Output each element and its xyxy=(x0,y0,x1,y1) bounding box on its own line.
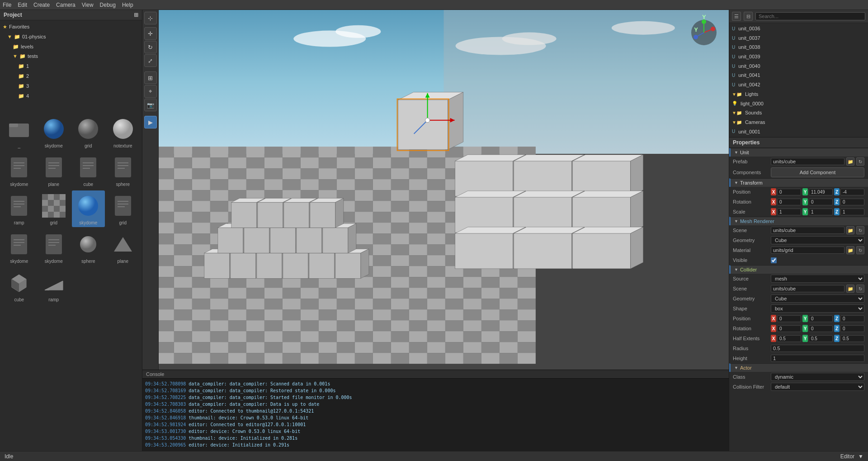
tree-2[interactable]: 📁 2 xyxy=(2,71,140,81)
asset-skydome-doc[interactable]: skydome xyxy=(3,152,36,189)
menu-help[interactable]: Help xyxy=(122,2,133,8)
asset-grid-doc[interactable]: grid xyxy=(107,190,140,227)
col-scene-refresh-btn[interactable]: ↻ xyxy=(856,285,864,293)
asset-skydome-doc2[interactable]: skydome xyxy=(3,229,36,266)
tool-rotate[interactable]: ↻ xyxy=(144,41,157,53)
scene-gizmo-icon[interactable]: ⊟ xyxy=(744,12,753,21)
asset-plane[interactable]: plane xyxy=(107,229,140,266)
col-pos-y-input[interactable] xyxy=(809,315,833,322)
asset-plane-doc[interactable]: plane xyxy=(38,152,71,189)
asset-skydome-selected[interactable]: skydome xyxy=(72,190,105,227)
menu-view[interactable]: View xyxy=(82,2,94,8)
col-scene-input[interactable] xyxy=(771,285,844,292)
rot-x-input[interactable] xyxy=(777,199,801,205)
scene-tree-item[interactable]: ▼📁Lights xyxy=(729,90,868,99)
col-rot-z-input[interactable] xyxy=(840,325,864,332)
asset-cube-doc[interactable]: cube xyxy=(72,152,105,189)
scene-canvas[interactable] xyxy=(159,10,729,370)
tree-tests[interactable]: ▼ 📁 tests xyxy=(2,52,140,62)
col-source-select[interactable]: mesh xyxy=(771,275,864,283)
asset-notexture[interactable]: notexture xyxy=(107,114,140,150)
tool-play[interactable]: ▶ xyxy=(144,116,157,128)
tool-move[interactable]: ✛ xyxy=(144,27,157,40)
asset-grid-thumb[interactable]: grid xyxy=(38,190,71,227)
tool-camera[interactable]: 📷 xyxy=(144,99,157,111)
col-pos-z-input[interactable] xyxy=(840,315,864,322)
scene-tree-item[interactable]: Uunit_0036 xyxy=(729,24,868,33)
tree-3[interactable]: 📁 3 xyxy=(2,81,140,91)
collider-section-header[interactable]: ▼ Collider xyxy=(729,265,868,274)
pos-y-input[interactable] xyxy=(809,189,833,195)
mr-material-folder-btn[interactable]: 📁 xyxy=(846,246,854,254)
scene-tree-item[interactable]: 💡light_0000 xyxy=(729,99,868,109)
asset-sphere-doc[interactable]: sphere xyxy=(107,152,140,189)
scene-tree-item[interactable]: Uunit_0041 xyxy=(729,71,868,80)
tree-4[interactable]: 📁 4 xyxy=(2,91,140,101)
transform-section-header[interactable]: ▼ Transform xyxy=(729,178,868,187)
tree-01-physics[interactable]: ▼ 📁 01-physics xyxy=(2,32,140,42)
tool-snap[interactable]: ⌖ xyxy=(144,85,157,98)
asset-ramp-doc[interactable]: ramp xyxy=(3,190,36,227)
col-scene-folder-btn[interactable]: 📁 xyxy=(846,285,854,293)
menu-camera[interactable]: Camera xyxy=(56,2,75,8)
col-rot-x-input[interactable] xyxy=(777,325,801,332)
col-height-input[interactable] xyxy=(771,355,864,362)
scale-z-input[interactable] xyxy=(840,209,864,215)
asset-skydome-doc3[interactable]: skydome xyxy=(38,229,71,266)
prefab-input[interactable] xyxy=(771,158,844,165)
pos-z-input[interactable] xyxy=(840,189,864,195)
mr-visible-checkbox[interactable] xyxy=(771,257,777,263)
mesh-renderer-section-header[interactable]: ▼ Mesh Renderer xyxy=(729,217,868,225)
mr-scene-refresh-btn[interactable]: ↻ xyxy=(856,226,864,234)
unit-section-header[interactable]: ▼ Unit xyxy=(729,148,868,157)
scene-tree-item[interactable]: ▼📁Cameras xyxy=(729,118,868,127)
tool-select[interactable]: ⊹ xyxy=(144,12,157,24)
collision-filter-select[interactable]: default xyxy=(771,383,864,391)
col-he-z-input[interactable] xyxy=(840,335,864,342)
prefab-refresh-btn[interactable]: ↻ xyxy=(856,157,864,166)
col-geometry-select[interactable]: Cube xyxy=(771,295,864,303)
scene-tree-item[interactable]: Uunit_0037 xyxy=(729,33,868,43)
col-shape-select[interactable]: box xyxy=(771,304,864,313)
actor-section-header[interactable]: ▼ Actor xyxy=(729,363,868,372)
asset-skydome-1[interactable]: skydome xyxy=(38,114,71,150)
menu-create[interactable]: Create xyxy=(33,2,50,8)
mr-scene-folder-btn[interactable]: 📁 xyxy=(846,226,854,234)
tree-levels[interactable]: 📁 levels xyxy=(2,42,140,52)
asset-folder[interactable]: _ xyxy=(3,114,36,150)
asset-grid-1[interactable]: grid xyxy=(72,114,105,150)
col-rot-y-input[interactable] xyxy=(809,325,833,332)
scale-y-input[interactable] xyxy=(809,209,833,215)
scene-tree-item[interactable]: Uunit_0042 xyxy=(729,80,868,90)
mr-material-refresh-btn[interactable]: ↻ xyxy=(856,246,864,254)
mr-geometry-select[interactable]: Cube xyxy=(771,236,864,244)
prefab-folder-btn[interactable]: 📁 xyxy=(846,157,854,166)
rot-y-input[interactable] xyxy=(809,199,833,205)
actor-class-select[interactable]: dynamic static kinematic xyxy=(771,373,864,381)
add-component-button[interactable]: Add Component xyxy=(771,167,864,177)
scene-tree-item[interactable]: Uunit_0039 xyxy=(729,52,868,62)
scene-tree-item[interactable]: Uunit_0038 xyxy=(729,43,868,52)
asset-ramp-3d[interactable]: ramp xyxy=(38,267,71,304)
scene-tree-item[interactable]: Uunit_0001 xyxy=(729,127,868,137)
tool-grid[interactable]: ⊞ xyxy=(144,71,157,84)
menu-debug[interactable]: Debug xyxy=(100,2,116,8)
menu-edit[interactable]: Edit xyxy=(18,2,27,8)
pos-x-input[interactable] xyxy=(777,189,801,195)
search-input[interactable] xyxy=(755,12,865,20)
menu-file[interactable]: File xyxy=(3,2,11,8)
scene-list-icon[interactable]: ☰ xyxy=(732,12,741,21)
asset-sphere-gray[interactable]: sphere xyxy=(72,229,105,266)
scene-tree-item[interactable]: Uunit_0040 xyxy=(729,62,868,71)
scene-tree-item[interactable]: ▼📁Sounds xyxy=(729,108,868,118)
col-radius-input[interactable] xyxy=(771,345,864,352)
tree-favorites[interactable]: ★ Favorites xyxy=(2,22,140,32)
col-he-x-input[interactable] xyxy=(777,335,801,342)
col-he-y-input[interactable] xyxy=(809,335,833,342)
tool-scale[interactable]: ⤢ xyxy=(144,54,157,67)
project-expand-icon[interactable]: ⊞ xyxy=(134,12,138,18)
rot-z-input[interactable] xyxy=(840,199,864,205)
mr-scene-input[interactable] xyxy=(771,227,844,234)
tree-1[interactable]: 📁 1 xyxy=(2,62,140,71)
asset-cube-3d[interactable]: cube xyxy=(3,267,36,304)
